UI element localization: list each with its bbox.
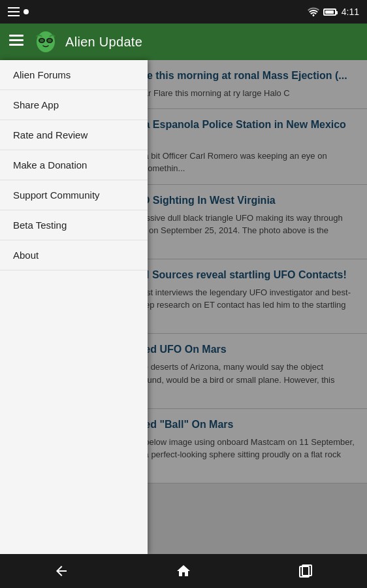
drawer-item-alien-forums[interactable]: Alien Forums [0, 60, 148, 90]
back-icon [54, 563, 69, 579]
drawer-item-beta-testing[interactable]: Beta Testing [0, 210, 148, 240]
back-button[interactable] [42, 558, 81, 584]
app-bar-menu-button[interactable] [9, 35, 24, 49]
status-bar-right: 4:11 [308, 7, 359, 17]
menu-icon [8, 7, 20, 16]
wifi-icon [308, 7, 319, 16]
status-bar-left [8, 7, 29, 16]
battery-icon [323, 8, 336, 16]
svg-rect-2 [9, 44, 24, 46]
drawer-overlay[interactable] [148, 60, 367, 554]
bottom-nav [0, 554, 367, 588]
app-bar: Alien Update [0, 24, 367, 60]
drawer-item-about[interactable]: About [0, 240, 148, 270]
svg-point-6 [40, 39, 44, 42]
drawer-item-share-app[interactable]: Share App [0, 90, 148, 120]
home-button[interactable] [164, 558, 203, 584]
status-bar: 4:11 [0, 0, 367, 24]
alien-logo [34, 30, 57, 54]
notification-dot [24, 9, 29, 14]
svg-rect-0 [9, 35, 24, 37]
svg-point-7 [48, 39, 52, 42]
recents-button[interactable] [286, 558, 325, 584]
drawer-item-rate-and-review[interactable]: Rate and Review [0, 120, 148, 150]
drawer-item-make-donation[interactable]: Make a Donation [0, 150, 148, 180]
recents-icon [298, 563, 313, 579]
navigation-drawer: Alien Forums Share App Rate and Review M… [0, 60, 148, 554]
hamburger-menu-icon [9, 35, 24, 46]
time-display: 4:11 [342, 7, 359, 17]
app-title: Alien Update [65, 35, 142, 50]
drawer-item-support-community[interactable]: Support Community [0, 180, 148, 210]
svg-rect-1 [9, 39, 24, 41]
home-icon [176, 563, 191, 579]
